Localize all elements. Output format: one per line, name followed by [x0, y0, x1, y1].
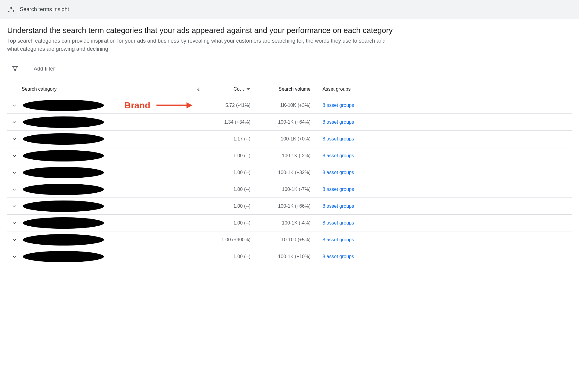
- redacted-category-name: [23, 251, 104, 262]
- cell-conversions: 5.72 (-41%): [205, 103, 253, 108]
- cell-search-volume: 10-100 (+5%): [253, 237, 313, 243]
- table-row: 1.00 (--) 100-1K (+32%) 8 asset groups: [7, 164, 572, 181]
- cell-search-volume: 1K-10K (+3%): [253, 103, 313, 108]
- table-row: 1.00 (--) 100-1K (-7%) 8 asset groups: [7, 181, 572, 198]
- cell-search-volume: 100-1K (-7%): [253, 187, 313, 192]
- insight-header-title: Search terms insight: [20, 6, 69, 13]
- cell-conversions: 1.00 (--): [205, 187, 253, 192]
- dropdown-arrow-icon: [246, 87, 250, 91]
- add-filter-button[interactable]: Add filter: [34, 66, 55, 72]
- cell-search-volume: 100-1K (+0%): [253, 136, 313, 142]
- cell-conversions: 1.00 (--): [205, 204, 253, 209]
- col-conversions[interactable]: Co…: [205, 86, 253, 92]
- asset-groups-link[interactable]: 8 asset groups: [313, 237, 572, 243]
- cell-search-volume: 100-1K (-4%): [253, 220, 313, 226]
- col-conversions-label: Co…: [234, 86, 244, 92]
- col-search-volume[interactable]: Search volume: [253, 86, 313, 92]
- asset-groups-link[interactable]: 8 asset groups: [313, 170, 572, 175]
- asset-groups-link[interactable]: 8 asset groups: [313, 204, 572, 209]
- cell-conversions: 1.00 (--): [205, 220, 253, 226]
- expand-row-icon[interactable]: [11, 170, 17, 176]
- filter-icon[interactable]: [11, 65, 19, 72]
- cell-conversions: 1.00 (--): [205, 170, 253, 175]
- expand-row-icon[interactable]: [11, 237, 17, 243]
- asset-groups-link[interactable]: 8 asset groups: [313, 119, 572, 125]
- redacted-category-name: [23, 217, 104, 229]
- asset-groups-link[interactable]: 8 asset groups: [313, 153, 572, 158]
- table-row: 1.00 (+900%) 10-100 (+5%) 8 asset groups: [7, 231, 572, 248]
- cell-conversions: 1.34 (+34%): [205, 119, 253, 125]
- table-row: 1.34 (+34%) 100-1K (+64%) 8 asset groups: [7, 114, 572, 131]
- redacted-category-name: [23, 133, 104, 145]
- expand-row-icon[interactable]: [11, 186, 17, 192]
- asset-groups-link[interactable]: 8 asset groups: [313, 187, 572, 192]
- redacted-category-name: [23, 167, 104, 178]
- asset-groups-link[interactable]: 8 asset groups: [313, 136, 572, 142]
- asset-groups-link[interactable]: 8 asset groups: [313, 220, 572, 226]
- expand-row-icon[interactable]: [11, 220, 17, 226]
- table-row: 1.00 (--) 100-1K (+66%) 8 asset groups: [7, 198, 572, 215]
- cell-conversions: 1.00 (--): [205, 254, 253, 259]
- redacted-category-name: [23, 184, 104, 195]
- redacted-category-name: [23, 116, 104, 128]
- expand-row-icon[interactable]: [11, 119, 17, 125]
- col-asset-groups[interactable]: Asset groups: [313, 86, 572, 92]
- table-row: 5.72 (-41%) 1K-10K (+3%) 8 asset groups …: [7, 97, 572, 114]
- page-subtitle: Top search categories can provide inspir…: [7, 37, 398, 53]
- table-row: 1.00 (--) 100-1K (-4%) 8 asset groups: [7, 215, 572, 231]
- cell-conversions: 1.00 (--): [205, 153, 253, 158]
- cell-search-volume: 100-1K (+10%): [253, 254, 313, 259]
- sparkle-icon: [7, 5, 15, 13]
- table-row: 1.00 (--) 100-1K (+10%) 8 asset groups: [7, 248, 572, 265]
- redacted-category-name: [23, 234, 104, 246]
- cell-conversions: 1.00 (+900%): [205, 237, 253, 243]
- expand-row-icon[interactable]: [11, 203, 17, 209]
- search-terms-table: Search category Co… Search volume Asset …: [7, 81, 572, 265]
- sort-descending-icon: [196, 86, 202, 92]
- asset-groups-link[interactable]: 8 asset groups: [313, 103, 572, 108]
- cell-search-volume: 100-1K (+66%): [253, 204, 313, 209]
- table-row: 1.00 (--) 100-1K (-2%) 8 asset groups: [7, 147, 572, 164]
- redacted-category-name: [23, 100, 104, 111]
- expand-row-icon[interactable]: [11, 254, 17, 260]
- cell-conversions: 1.17 (--): [205, 136, 253, 142]
- col-search-category[interactable]: Search category: [22, 86, 193, 92]
- redacted-category-name: [23, 201, 104, 212]
- insight-header: Search terms insight: [0, 0, 579, 19]
- cell-search-volume: 100-1K (+32%): [253, 170, 313, 175]
- table-row: 1.17 (--) 100-1K (+0%) 8 asset groups: [7, 131, 572, 147]
- redacted-category-name: [23, 150, 104, 161]
- cell-search-volume: 100-1K (+64%): [253, 119, 313, 125]
- expand-row-icon[interactable]: [11, 102, 17, 108]
- expand-row-icon[interactable]: [11, 153, 17, 159]
- asset-groups-link[interactable]: 8 asset groups: [313, 254, 572, 259]
- expand-row-icon[interactable]: [11, 136, 17, 142]
- page-title: Understand the search term categories th…: [7, 26, 572, 35]
- table-header-row: Search category Co… Search volume Asset …: [7, 81, 572, 97]
- cell-search-volume: 100-1K (-2%): [253, 153, 313, 158]
